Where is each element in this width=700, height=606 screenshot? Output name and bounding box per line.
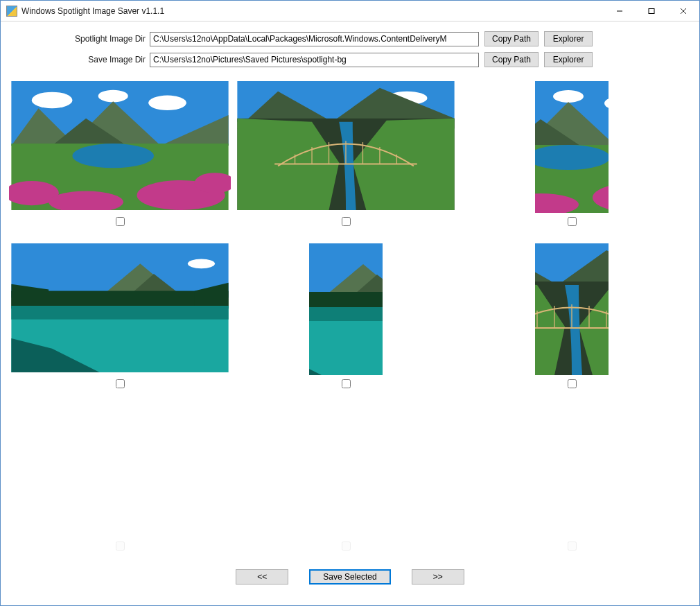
titlebar: Windows Spotlight Image Saver v1.1.1 xyxy=(1,1,699,21)
thumbnail-image[interactable] xyxy=(535,243,609,375)
svg-rect-1 xyxy=(649,8,654,13)
spotlight-copy-path-button[interactable]: Copy Path xyxy=(484,31,539,46)
thumbnail-cell xyxy=(461,406,683,565)
thumbnail-checkbox[interactable] xyxy=(116,217,125,226)
thumbnail-image[interactable] xyxy=(9,243,231,372)
thumbnail-grid xyxy=(1,78,699,565)
thumbnail-checkbox xyxy=(568,542,577,551)
minimize-button[interactable] xyxy=(604,1,636,21)
next-page-button[interactable]: >> xyxy=(412,569,464,585)
save-dir-label: Save Image Dir xyxy=(8,55,150,64)
maximize-button[interactable] xyxy=(636,1,667,21)
thumbnail-cell xyxy=(235,81,457,241)
thumbnail-image[interactable] xyxy=(235,81,457,210)
spotlight-dir-input[interactable] xyxy=(150,32,479,46)
thumbnail-cell xyxy=(235,406,457,565)
spotlight-dir-label: Spotlight Image Dir xyxy=(8,34,150,44)
thumbnail-checkbox[interactable] xyxy=(568,217,577,226)
spotlight-explorer-button[interactable]: Explorer xyxy=(544,31,593,46)
save-selected-button[interactable]: Save Selected xyxy=(309,569,390,585)
spotlight-dir-row: Spotlight Image Dir Copy Path Explorer xyxy=(8,31,692,46)
thumbnail-checkbox[interactable] xyxy=(342,379,351,388)
thumbnail-checkbox[interactable] xyxy=(116,379,125,388)
thumbnail-cell xyxy=(9,406,231,565)
save-dir-row: Save Image Dir Copy Path Explorer xyxy=(8,52,692,67)
thumbnail-cell xyxy=(9,81,231,241)
thumbnail-checkbox[interactable] xyxy=(568,379,577,388)
window-title: Windows Spotlight Image Saver v1.1.1 xyxy=(21,6,164,16)
prev-page-button[interactable]: << xyxy=(236,569,288,585)
thumbnail-cell xyxy=(461,243,683,403)
thumbnail-image[interactable] xyxy=(309,243,383,375)
thumbnail-checkbox xyxy=(342,542,351,551)
app-icon xyxy=(6,6,17,17)
thumbnail-cell xyxy=(9,243,231,403)
thumbnail-image[interactable] xyxy=(9,81,231,210)
save-dir-input[interactable] xyxy=(150,53,479,67)
thumbnail-image[interactable] xyxy=(535,81,609,213)
close-button[interactable] xyxy=(667,1,699,21)
thumbnail-checkbox xyxy=(116,542,125,551)
thumbnail-cell xyxy=(461,81,683,241)
footer-controls: << Save Selected >> xyxy=(1,565,699,585)
thumbnail-checkbox[interactable] xyxy=(342,217,351,226)
save-explorer-button[interactable]: Explorer xyxy=(544,52,593,67)
thumbnail-cell xyxy=(235,243,457,403)
save-copy-path-button[interactable]: Copy Path xyxy=(484,52,539,67)
path-form: Spotlight Image Dir Copy Path Explorer S… xyxy=(1,21,699,78)
